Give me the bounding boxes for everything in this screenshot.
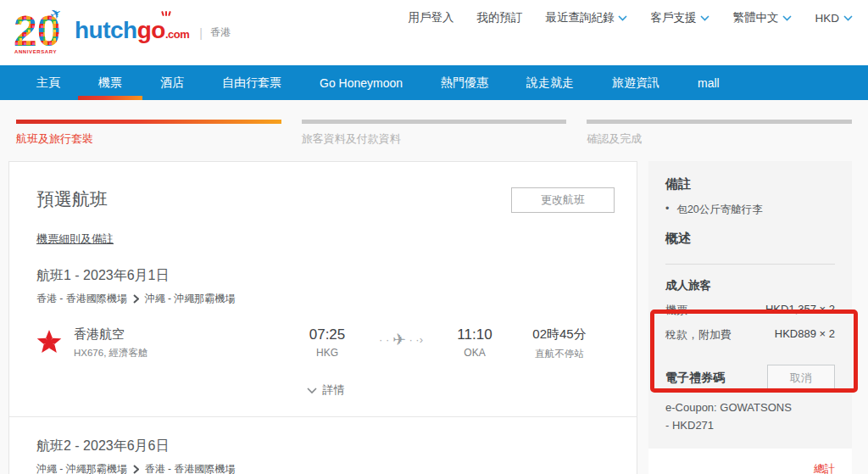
flight-2-section: 航班2 - 2023年6月6日 沖繩 - 沖繩那霸機場 香港 - 香港國際機場 … — [9, 417, 637, 474]
selected-flights-card: 預選航班 更改航班 機票細則及備註 航班1 - 2023年6月1日 香港 - 香… — [8, 161, 637, 474]
price-row-ticket: 機票 HKD1,357 × 2 — [665, 303, 835, 318]
nav-hot-deals[interactable]: 熱門優惠 — [441, 65, 488, 100]
fare-rules-link[interactable]: 機票細則及備註 — [36, 231, 114, 247]
nav-hotels[interactable]: 酒店 — [160, 65, 184, 100]
go-ticks-decoration — [162, 11, 170, 16]
region-label: 香港 — [210, 25, 231, 40]
chevron-down-icon — [843, 15, 853, 21]
language-dropdown[interactable]: 繁體中文 — [732, 10, 792, 25]
top-header: 20 ✈ ANNIVERSARY hutchgo.com | 香港 用戶登入 我… — [0, 0, 868, 65]
flight-1-details-toggle[interactable]: 詳情 — [36, 382, 615, 398]
chevron-down-icon — [618, 15, 627, 21]
e-coupon-title: 電子禮券碼 — [665, 371, 725, 386]
chevron-right-icon — [133, 294, 139, 304]
overview-title: 概述 — [665, 231, 835, 247]
adult-passenger-title: 成人旅客 — [665, 278, 835, 293]
progress-bar — [302, 120, 567, 124]
notes-title: 備註 — [665, 176, 835, 192]
flight-2-heading: 航班2 - 2023年6月6日 — [36, 438, 615, 455]
e-coupon-section: 電子禮券碼 取消 e-Coupon: GOWATSONS - HKD271 — [665, 365, 835, 432]
anniversary-20-logo: 20 ✈ ANNIVERSARY — [14, 7, 66, 58]
anniversary-label: ANNIVERSARY — [14, 49, 57, 54]
coupon-cancel-button[interactable]: 取消 — [767, 365, 835, 391]
nav-home[interactable]: 主頁 — [36, 65, 60, 100]
nav-mall[interactable]: mall — [698, 65, 720, 100]
nav-travel-info[interactable]: 旅遊資訊 — [612, 65, 659, 100]
brand-go: go — [137, 17, 165, 43]
brand-logo[interactable]: 20 ✈ ANNIVERSARY hutchgo.com | 香港 — [14, 7, 231, 58]
progress-step-passenger-payment: 旅客資料及付款資料 — [302, 100, 567, 161]
recent-searches-dropdown[interactable]: 最近查詢紀錄 — [545, 10, 627, 25]
flight-1-route: 香港 - 香港國際機場 沖繩 - 沖繩那霸機場 — [36, 292, 615, 306]
progress-bar — [587, 120, 852, 124]
utility-nav: 用戶登入 我的預訂 最近查詢紀錄 客戶支援 繁體中文 HKD — [408, 10, 853, 25]
duration-block: 02時45分 直航不停站 — [504, 326, 615, 360]
plane-icon: ✈ — [392, 331, 406, 349]
note-item: • 包20公斤寄艙行李 — [665, 203, 835, 217]
progress-step-confirm: 確認及完成 — [587, 100, 852, 161]
region-indicator: | 香港 — [199, 25, 231, 40]
chevron-down-icon — [782, 15, 792, 21]
sidebar-divider — [665, 264, 835, 265]
flight-number-cabin: HX676, 經濟客艙 — [74, 347, 298, 360]
coupon-discount-line: - HKD271 — [665, 419, 835, 432]
flight-1-section: 航班1 - 2023年6月1日 香港 - 香港國際機場 沖繩 - 沖繩那霸機場 … — [9, 247, 637, 398]
currency-dropdown[interactable]: HKD — [815, 10, 853, 25]
primary-nav: 主頁 機票 酒店 自由行套票 Go Honeymoon 熱門優惠 說走就走 旅遊… — [0, 65, 868, 100]
chevron-right-icon — [133, 465, 139, 474]
flight-1-row: 香港航空 HX676, 經濟客艙 07:25 HKG · · ✈ · ·› 11… — [36, 326, 615, 360]
customer-support-dropdown[interactable]: 客戶支援 — [650, 10, 709, 25]
chevron-down-icon — [700, 15, 709, 21]
total-label: 總計 — [665, 462, 835, 474]
flight-2-route: 沖繩 - 沖繩那霸機場 香港 - 香港國際機場 — [36, 462, 615, 474]
brand-wordmark: hutchgo.com — [75, 17, 189, 44]
price-row-taxes: 稅款，附加費 HKD889 × 2 — [665, 327, 835, 343]
flight-path-indicator: · · ✈ · ·› — [357, 326, 445, 349]
my-bookings-link[interactable]: 我的預訂 — [476, 10, 522, 25]
flight-1-heading: 航班1 - 2023年6月1日 — [36, 267, 615, 285]
airline-name: 香港航空 — [74, 326, 298, 343]
nav-flights[interactable]: 機票 — [98, 65, 122, 100]
chevron-down-icon — [307, 384, 317, 397]
total-section: 總計 HKD4,221 — [648, 449, 852, 474]
brand-tld: .com — [165, 28, 189, 41]
change-flight-button[interactable]: 更改航班 — [511, 187, 615, 213]
nav-last-minute[interactable]: 說走就走 — [526, 65, 574, 100]
departure-time-block: 07:25 HKG — [298, 326, 357, 359]
nav-packages[interactable]: 自由行套票 — [222, 65, 281, 100]
nav-go-honeymoon[interactable]: Go Honeymoon — [320, 65, 403, 100]
booking-progress: 航班及旅行套裝 旅客資料及付款資料 確認及完成 — [0, 100, 868, 161]
arrival-time-block: 11:10 OKA — [445, 326, 504, 359]
region-divider: | — [199, 26, 203, 40]
login-link[interactable]: 用戶登入 — [408, 10, 453, 25]
price-summary-sidebar: 備註 • 包20公斤寄艙行李 概述 成人旅客 機票 HKD1,357 × 2 稅… — [648, 161, 852, 474]
coupon-code-line: e-Coupon: GOWATSONS — [665, 401, 835, 414]
progress-step-flights: 航班及旅行套裝 — [16, 100, 281, 161]
progress-bar-active — [16, 120, 281, 124]
brand-hutch: hutch — [75, 17, 137, 43]
hong-kong-airlines-logo-icon — [36, 328, 62, 355]
